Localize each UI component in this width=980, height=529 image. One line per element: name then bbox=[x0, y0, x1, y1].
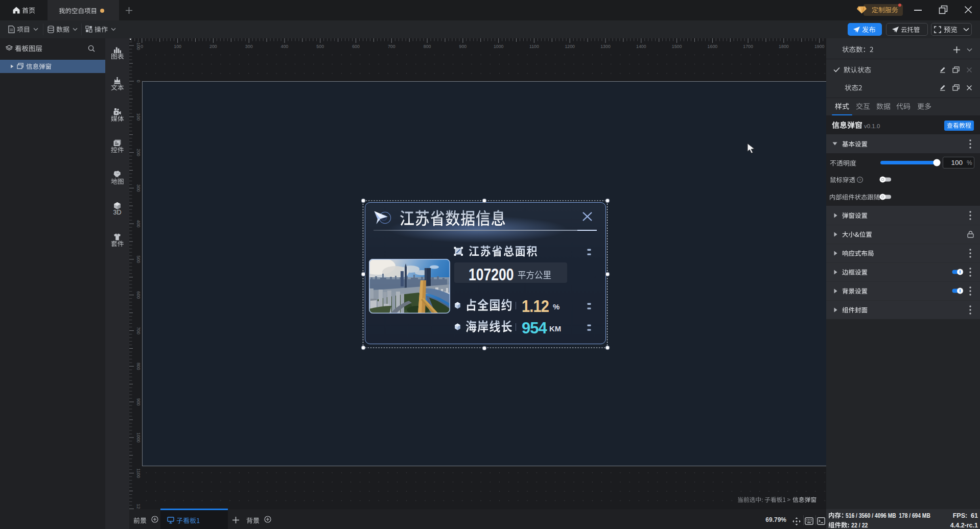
svg-text:700: 700 bbox=[136, 327, 141, 334]
svg-text:1000: 1000 bbox=[136, 432, 141, 443]
svg-text:200: 200 bbox=[209, 44, 217, 49]
svg-text:?: ? bbox=[859, 178, 861, 182]
svg-text:1800: 1800 bbox=[779, 44, 789, 49]
svg-text:1400: 1400 bbox=[636, 44, 646, 49]
svg-text:600: 600 bbox=[352, 44, 360, 49]
svg-text:300: 300 bbox=[136, 184, 141, 192]
svg-text:1700: 1700 bbox=[743, 44, 753, 49]
svg-text:200: 200 bbox=[136, 149, 141, 156]
svg-text:100: 100 bbox=[174, 44, 181, 49]
svg-text:500: 500 bbox=[316, 44, 324, 49]
svg-text:700: 700 bbox=[388, 44, 395, 49]
svg-text:1200: 1200 bbox=[565, 44, 575, 49]
svg-text:300: 300 bbox=[245, 44, 253, 49]
svg-text:100: 100 bbox=[136, 113, 141, 121]
svg-text:600: 600 bbox=[136, 291, 141, 299]
svg-text:0: 0 bbox=[141, 44, 143, 49]
svg-text:800: 800 bbox=[424, 44, 431, 49]
svg-text:400: 400 bbox=[136, 220, 141, 228]
svg-text:800: 800 bbox=[136, 363, 141, 370]
svg-text:-100: -100 bbox=[136, 41, 141, 50]
svg-text:1100: 1100 bbox=[529, 44, 539, 49]
svg-text:1300: 1300 bbox=[600, 44, 611, 49]
svg-text:900: 900 bbox=[136, 398, 141, 406]
svg-text:1000: 1000 bbox=[494, 44, 504, 49]
svg-text:900: 900 bbox=[459, 44, 467, 49]
svg-text:500: 500 bbox=[136, 256, 141, 263]
svg-text:1500: 1500 bbox=[672, 44, 682, 49]
svg-text:1900: 1900 bbox=[814, 44, 825, 49]
svg-text:1100: 1100 bbox=[136, 468, 141, 478]
svg-text:0: 0 bbox=[136, 80, 141, 83]
svg-text:1600: 1600 bbox=[708, 44, 718, 49]
svg-text:400: 400 bbox=[281, 44, 289, 49]
